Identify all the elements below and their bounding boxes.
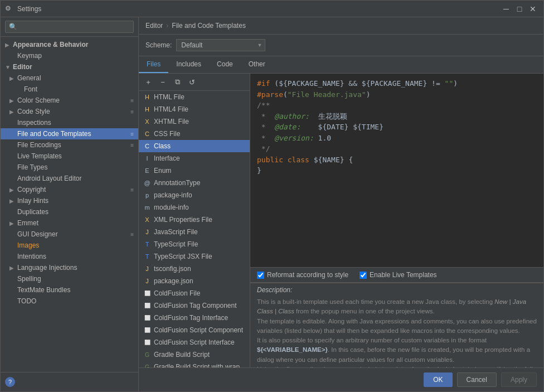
list-item[interactable]: I Interface	[139, 152, 250, 164]
sidebar-item-android-layout[interactable]: Android Layout Editor	[1, 173, 138, 184]
maximize-button[interactable]: □	[513, 3, 526, 14]
sidebar-item-color-scheme[interactable]: ▶ Color Scheme ≡	[1, 95, 138, 106]
file-type-icon: G	[143, 351, 151, 359]
main-content: ▶ Appearance & Behavior Keymap ▼ Editor …	[1, 17, 543, 391]
sidebar-item-code-style[interactable]: ▶ Code Style ≡	[1, 106, 138, 117]
list-item[interactable]: T TypeScript JSX File	[139, 250, 250, 263]
tab-other[interactable]: Other	[241, 56, 273, 73]
sidebar-item-duplicates[interactable]: Duplicates	[1, 206, 138, 217]
description-section: Description: This is a built-in template…	[250, 283, 543, 367]
sidebar-item-textmate[interactable]: TextMate Bundles	[1, 284, 138, 296]
sidebar-item-gui-designer[interactable]: GUI Designer ≡	[1, 229, 138, 240]
list-item[interactable]: X XHTML File	[139, 115, 250, 128]
sidebar-item-copyright[interactable]: ▶ Copyright ≡	[1, 184, 138, 195]
close-button[interactable]: ✕	[527, 3, 539, 14]
live-templates-checkbox-input[interactable]	[360, 272, 367, 279]
description-label: Description:	[250, 283, 543, 295]
sidebar-item-label: Font	[24, 85, 134, 93]
sidebar-item-font[interactable]: Font	[1, 84, 138, 95]
list-item[interactable]: ⬜ ColdFusion Tag Interface	[139, 312, 250, 324]
list-item[interactable]: m module-info	[139, 201, 250, 214]
remove-template-button[interactable]: −	[157, 76, 169, 88]
sidebar-item-live-templates[interactable]: Live Templates	[1, 151, 138, 162]
sidebar-item-inlay-hints[interactable]: ▶ Inlay Hints	[1, 195, 138, 206]
list-item[interactable]: ⬜ ColdFusion Script Component	[139, 324, 250, 336]
arrow-icon: ▼	[5, 64, 13, 70]
list-item[interactable]: H HTML4 File	[139, 103, 250, 115]
list-item[interactable]: H HTML File	[139, 91, 250, 103]
template-item-label: ColdFusion Script Interface	[154, 338, 235, 346]
sidebar-item-label: GUI Designer	[17, 230, 130, 238]
list-item[interactable]: E Enum	[139, 164, 250, 177]
copy-template-button[interactable]: ⧉	[171, 76, 183, 88]
list-item[interactable]: ⬜ ColdFusion Script Interface	[139, 336, 250, 349]
file-type-icon: X	[143, 216, 151, 224]
search-input[interactable]	[5, 21, 134, 33]
template-item-label: XHTML File	[154, 118, 189, 125]
sidebar-item-inspections[interactable]: Inspections	[1, 117, 138, 128]
title-bar: ⚙ Settings ─ □ ✕	[1, 1, 543, 17]
reformat-checkbox-label: Reformat according to style	[267, 271, 348, 279]
scheme-select[interactable]: Default Project	[176, 39, 265, 51]
template-item-label: Interface	[154, 154, 180, 162]
tab-code[interactable]: Code	[209, 56, 241, 73]
list-item[interactable]: G Gradle Build Script with wrap	[139, 361, 250, 367]
reset-template-button[interactable]: ↺	[186, 76, 198, 88]
sidebar-item-spelling[interactable]: Spelling	[1, 273, 138, 284]
tab-files[interactable]: Files	[139, 56, 168, 73]
list-item[interactable]: G Gradle Build Script	[139, 349, 250, 361]
sidebar-item-intentions[interactable]: Intentions	[1, 251, 138, 262]
arrow-icon: ▶	[9, 265, 17, 271]
sidebar-item-keymap[interactable]: Keymap	[1, 50, 138, 61]
checkboxes-row: Reformat according to style Enable Live …	[250, 267, 543, 283]
sidebar-item-file-encodings[interactable]: File Encodings ≡	[1, 139, 138, 151]
file-type-icon: ⬜	[143, 326, 151, 334]
sidebar-item-emmet[interactable]: ▶ Emmet	[1, 217, 138, 229]
file-type-icon: J	[143, 265, 151, 273]
list-item[interactable]: X XML Properties File	[139, 214, 250, 226]
help-area: ?	[1, 372, 138, 391]
sidebar-item-appearance[interactable]: ▶ Appearance & Behavior	[1, 39, 138, 50]
list-item[interactable]: ⬜ ColdFusion Tag Component	[139, 299, 250, 312]
sidebar-item-file-code-templates[interactable]: File and Code Templates ≡	[1, 128, 138, 139]
reformat-checkbox-input[interactable]	[257, 272, 264, 279]
reformat-checkbox[interactable]: Reformat according to style	[257, 271, 348, 279]
list-item[interactable]: J package.json	[139, 275, 250, 287]
sidebar-item-label: Inspections	[17, 119, 134, 127]
arrow-icon: ▶	[9, 109, 17, 115]
sidebar-item-editor[interactable]: ▼ Editor	[1, 61, 138, 72]
code-editor[interactable]: #if (${PACKAGE_NAME} && ${PACKAGE_NAME} …	[250, 74, 543, 267]
sidebar-item-general[interactable]: ▶ General	[1, 72, 138, 84]
list-item[interactable]: C CSS File	[139, 128, 250, 140]
sidebar-item-language-injections[interactable]: ▶ Language Injections	[1, 262, 138, 273]
list-item[interactable]: p package-info	[139, 189, 250, 201]
breadcrumb: Editor › File and Code Templates	[139, 17, 543, 35]
list-item[interactable]: J JavaScript File	[139, 226, 250, 238]
sidebar-tree: ▶ Appearance & Behavior Keymap ▼ Editor …	[1, 37, 138, 372]
sidebar-item-todo[interactable]: TODO	[1, 296, 138, 307]
sidebar-item-file-types[interactable]: File Types	[1, 162, 138, 173]
list-item[interactable]: C Class	[139, 140, 250, 152]
sidebar-item-label: Appearance & Behavior	[13, 41, 134, 49]
help-button[interactable]: ?	[5, 377, 15, 387]
sidebar-item-label: Inlay Hints	[17, 197, 134, 205]
sidebar-item-images[interactable]: Images	[1, 240, 138, 251]
sidebar-item-label: Images	[17, 241, 134, 249]
tab-includes[interactable]: Includes	[168, 56, 209, 73]
file-type-icon: H	[143, 105, 151, 113]
list-item[interactable]: J tsconfig.json	[139, 263, 250, 275]
description-text: This is a built-in template used each ti…	[250, 295, 543, 367]
cancel-button[interactable]: Cancel	[457, 372, 497, 387]
apply-button[interactable]: Apply	[501, 372, 537, 387]
file-type-icon: @	[143, 179, 151, 187]
template-item-label: XML Properties File	[154, 216, 212, 224]
live-templates-checkbox[interactable]: Enable Live Templates	[360, 271, 437, 279]
list-item[interactable]: T TypeScript File	[139, 238, 250, 250]
list-item[interactable]: ⬜ ColdFusion File	[139, 287, 250, 299]
settings-badge: ≡	[130, 231, 134, 238]
ok-button[interactable]: OK	[424, 372, 452, 387]
list-item[interactable]: @ AnnotationType	[139, 177, 250, 189]
minimize-button[interactable]: ─	[500, 3, 512, 14]
code-panel: #if (${PACKAGE_NAME} && ${PACKAGE_NAME} …	[250, 74, 543, 367]
add-template-button[interactable]: +	[142, 76, 154, 88]
